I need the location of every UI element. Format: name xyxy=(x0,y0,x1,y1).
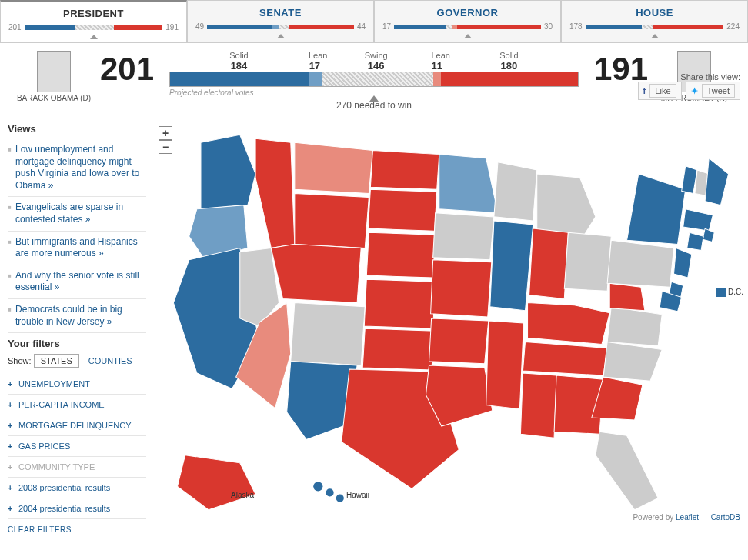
zoom-in-button[interactable]: + xyxy=(159,126,172,140)
filter-item[interactable]: PER-CAPITA INCOME xyxy=(8,395,146,415)
show-counties-button[interactable]: COUNTIES xyxy=(82,354,139,368)
map-attribution: Powered by Leaflet — CartoDB xyxy=(629,512,743,523)
zoom-controls: + − xyxy=(159,126,172,154)
tab-senate[interactable]: SENATE 4944 xyxy=(187,0,374,42)
sidebar: Views Low unemployment and mortgage deli… xyxy=(0,118,154,535)
views-heading: Views xyxy=(8,123,146,135)
marker-icon xyxy=(651,34,659,38)
tab-president[interactable]: PRESIDENT 201191 xyxy=(0,0,187,42)
avatar xyxy=(37,51,71,92)
filter-item[interactable]: MORTGAGE DELINQUENCY xyxy=(8,415,146,436)
zoom-out-button[interactable]: − xyxy=(159,140,172,154)
svg-point-0 xyxy=(313,482,322,491)
filter-item[interactable]: GAS PRICES xyxy=(8,436,146,457)
halfway-marker-icon xyxy=(369,88,379,102)
view-link[interactable]: But immigrants and Hispanics are more nu… xyxy=(8,232,146,265)
tab-governor[interactable]: GOVERNOR 1730 xyxy=(374,0,561,42)
view-link[interactable]: Evangelicals are sparse in contested sta… xyxy=(8,197,146,231)
candidate-left: BARACK OBAMA (D) xyxy=(15,51,92,103)
dc-legend: D.C. xyxy=(716,288,743,297)
tab-house[interactable]: HOUSE 178224 xyxy=(561,0,748,42)
race-tabs: PRESIDENT 201191 SENATE 4944 GOVERNOR 17… xyxy=(0,0,748,43)
marker-icon xyxy=(464,34,472,38)
filter-item[interactable]: 2004 presidential results xyxy=(8,498,146,519)
tweet-button[interactable]: ✦ Tweet xyxy=(686,82,740,100)
facebook-like-button[interactable]: f Like xyxy=(638,82,682,100)
filter-item[interactable]: 2008 presidential results xyxy=(8,478,146,498)
view-link[interactable]: Democrats could be in big trouble in New… xyxy=(8,299,146,333)
electoral-bar xyxy=(169,72,579,87)
filter-item[interactable]: UNEMPLOYMENT xyxy=(8,374,146,395)
filters-heading: Your filters xyxy=(8,338,146,349)
filter-item: COMMUNITY TYPE xyxy=(8,457,146,478)
left-total: 201 xyxy=(92,51,162,88)
share-block: Share this view: f Like ✦ Tweet xyxy=(636,72,740,100)
view-link[interactable]: And why the senior vote is still essenti… xyxy=(8,265,146,299)
cartodb-link[interactable]: CartoDB xyxy=(711,513,740,522)
clear-filters-link[interactable]: CLEAR FILTERS xyxy=(8,525,72,534)
leaflet-link[interactable]: Leaflet xyxy=(676,513,699,522)
view-link[interactable]: Low unemployment and mortgage delinquenc… xyxy=(8,139,146,197)
svg-point-1 xyxy=(326,488,333,496)
show-states-button[interactable]: STATES xyxy=(34,354,79,368)
us-map[interactable]: Share this view: f Like ✦ Tweet + − xyxy=(154,118,748,526)
map-svg[interactable] xyxy=(154,118,748,526)
marker-icon xyxy=(90,35,98,39)
marker-icon xyxy=(277,34,285,38)
svg-point-2 xyxy=(336,494,344,502)
